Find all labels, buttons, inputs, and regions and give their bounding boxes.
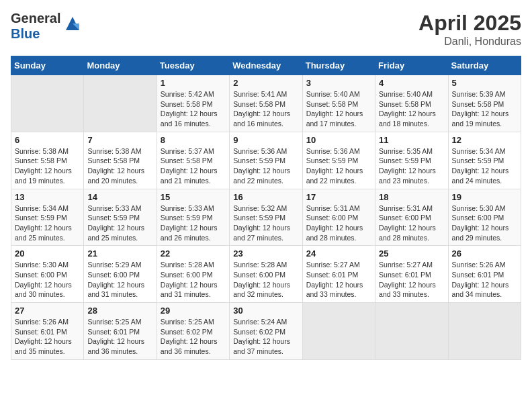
day-info: Sunrise: 5:29 AM Sunset: 6:00 PM Dayligh…	[87, 260, 152, 300]
day-info: Sunrise: 5:41 AM Sunset: 5:58 PM Dayligh…	[233, 89, 298, 129]
calendar-cell: 10Sunrise: 5:36 AM Sunset: 5:59 PM Dayli…	[302, 132, 375, 189]
calendar-cell: 9Sunrise: 5:36 AM Sunset: 5:59 PM Daylig…	[230, 132, 302, 189]
calendar-cell	[375, 303, 448, 360]
day-info: Sunrise: 5:32 AM Sunset: 5:59 PM Dayligh…	[233, 203, 298, 243]
calendar-cell: 7Sunrise: 5:38 AM Sunset: 5:58 PM Daylig…	[84, 132, 157, 189]
calendar-week-row: 27Sunrise: 5:26 AM Sunset: 6:01 PM Dayli…	[11, 303, 521, 360]
calendar-cell: 15Sunrise: 5:33 AM Sunset: 5:59 PM Dayli…	[157, 189, 229, 246]
day-number: 11	[379, 135, 444, 145]
calendar-cell: 27Sunrise: 5:26 AM Sunset: 6:01 PM Dayli…	[11, 303, 84, 360]
calendar-cell: 20Sunrise: 5:30 AM Sunset: 6:00 PM Dayli…	[11, 246, 84, 303]
day-info: Sunrise: 5:36 AM Sunset: 5:59 PM Dayligh…	[233, 146, 298, 186]
calendar-week-row: 6Sunrise: 5:38 AM Sunset: 5:58 PM Daylig…	[11, 132, 521, 189]
day-info: Sunrise: 5:27 AM Sunset: 6:01 PM Dayligh…	[306, 260, 371, 300]
calendar-cell: 8Sunrise: 5:37 AM Sunset: 5:58 PM Daylig…	[157, 132, 229, 189]
day-info: Sunrise: 5:39 AM Sunset: 5:58 PM Dayligh…	[452, 89, 517, 129]
calendar-cell	[302, 303, 375, 360]
page-title: April 2025	[418, 11, 521, 36]
calendar-cell: 23Sunrise: 5:28 AM Sunset: 6:00 PM Dayli…	[230, 246, 302, 303]
calendar-cell: 13Sunrise: 5:34 AM Sunset: 5:59 PM Dayli…	[11, 189, 84, 246]
logo-text: General Blue	[11, 11, 60, 42]
day-number: 10	[306, 135, 371, 145]
logo-general: General	[11, 11, 60, 26]
day-number: 21	[87, 248, 152, 259]
day-number: 20	[15, 248, 80, 259]
day-info: Sunrise: 5:31 AM Sunset: 6:00 PM Dayligh…	[306, 203, 371, 243]
day-info: Sunrise: 5:38 AM Sunset: 5:58 PM Dayligh…	[15, 146, 80, 186]
title-block: April 2025 Danli, Honduras	[418, 11, 521, 48]
calendar-cell: 24Sunrise: 5:27 AM Sunset: 6:01 PM Dayli…	[302, 246, 375, 303]
calendar-cell: 22Sunrise: 5:28 AM Sunset: 6:00 PM Dayli…	[157, 246, 229, 303]
calendar-table: SundayMondayTuesdayWednesdayThursdayFrid…	[11, 56, 521, 360]
day-info: Sunrise: 5:34 AM Sunset: 5:59 PM Dayligh…	[452, 146, 517, 186]
day-number: 6	[15, 135, 80, 145]
calendar-week-row: 13Sunrise: 5:34 AM Sunset: 5:59 PM Dayli…	[11, 189, 521, 246]
day-info: Sunrise: 5:24 AM Sunset: 6:02 PM Dayligh…	[233, 317, 298, 357]
day-of-week-header: Tuesday	[157, 56, 229, 75]
day-number: 4	[379, 78, 444, 88]
calendar-cell: 5Sunrise: 5:39 AM Sunset: 5:58 PM Daylig…	[448, 75, 521, 132]
calendar-cell: 21Sunrise: 5:29 AM Sunset: 6:00 PM Dayli…	[84, 246, 157, 303]
day-info: Sunrise: 5:30 AM Sunset: 6:00 PM Dayligh…	[452, 203, 517, 243]
day-number: 30	[233, 306, 298, 316]
day-number: 5	[452, 78, 517, 88]
day-number: 1	[161, 78, 226, 88]
day-number: 15	[161, 192, 226, 202]
day-number: 2	[233, 78, 298, 88]
page-header: General Blue April 2025 Danli, Honduras	[11, 11, 521, 48]
day-info: Sunrise: 5:28 AM Sunset: 6:00 PM Dayligh…	[233, 260, 298, 300]
day-info: Sunrise: 5:38 AM Sunset: 5:58 PM Dayligh…	[87, 146, 152, 186]
calendar-cell	[11, 75, 84, 132]
calendar-cell: 28Sunrise: 5:25 AM Sunset: 6:01 PM Dayli…	[84, 303, 157, 360]
day-of-week-header: Sunday	[11, 56, 84, 75]
calendar-cell: 4Sunrise: 5:40 AM Sunset: 5:58 PM Daylig…	[375, 75, 448, 132]
day-number: 19	[452, 192, 517, 202]
day-info: Sunrise: 5:26 AM Sunset: 6:01 PM Dayligh…	[452, 260, 517, 300]
day-of-week-header: Saturday	[448, 56, 521, 75]
calendar-cell: 30Sunrise: 5:24 AM Sunset: 6:02 PM Dayli…	[230, 303, 302, 360]
calendar-cell: 29Sunrise: 5:25 AM Sunset: 6:02 PM Dayli…	[157, 303, 229, 360]
calendar-cell: 6Sunrise: 5:38 AM Sunset: 5:58 PM Daylig…	[11, 132, 84, 189]
calendar-cell: 12Sunrise: 5:34 AM Sunset: 5:59 PM Dayli…	[448, 132, 521, 189]
day-info: Sunrise: 5:31 AM Sunset: 6:00 PM Dayligh…	[379, 203, 444, 243]
calendar-cell: 25Sunrise: 5:27 AM Sunset: 6:01 PM Dayli…	[375, 246, 448, 303]
day-number: 23	[233, 248, 298, 259]
calendar-week-row: 20Sunrise: 5:30 AM Sunset: 6:00 PM Dayli…	[11, 246, 521, 303]
day-info: Sunrise: 5:40 AM Sunset: 5:58 PM Dayligh…	[306, 89, 371, 129]
day-number: 12	[452, 135, 517, 145]
day-number: 8	[161, 135, 226, 145]
logo: General Blue	[11, 11, 82, 42]
day-number: 13	[15, 192, 80, 202]
logo-icon	[63, 14, 82, 33]
day-info: Sunrise: 5:34 AM Sunset: 5:59 PM Dayligh…	[15, 203, 80, 243]
logo-blue: Blue	[11, 26, 40, 41]
day-number: 16	[233, 192, 298, 202]
day-info: Sunrise: 5:36 AM Sunset: 5:59 PM Dayligh…	[306, 146, 371, 186]
calendar-cell: 14Sunrise: 5:33 AM Sunset: 5:59 PM Dayli…	[84, 189, 157, 246]
day-of-week-header: Thursday	[302, 56, 375, 75]
day-number: 7	[87, 135, 152, 145]
page-subtitle: Danli, Honduras	[418, 36, 521, 48]
day-number: 17	[306, 192, 371, 202]
calendar-cell: 3Sunrise: 5:40 AM Sunset: 5:58 PM Daylig…	[302, 75, 375, 132]
day-info: Sunrise: 5:35 AM Sunset: 5:59 PM Dayligh…	[379, 146, 444, 186]
calendar-cell	[84, 75, 157, 132]
day-number: 22	[161, 248, 226, 259]
day-number: 9	[233, 135, 298, 145]
day-number: 3	[306, 78, 371, 88]
calendar-cell	[448, 303, 521, 360]
day-number: 27	[15, 306, 80, 316]
day-number: 14	[87, 192, 152, 202]
calendar-cell: 11Sunrise: 5:35 AM Sunset: 5:59 PM Dayli…	[375, 132, 448, 189]
day-info: Sunrise: 5:33 AM Sunset: 5:59 PM Dayligh…	[87, 203, 152, 243]
day-info: Sunrise: 5:30 AM Sunset: 6:00 PM Dayligh…	[15, 260, 80, 300]
day-info: Sunrise: 5:33 AM Sunset: 5:59 PM Dayligh…	[161, 203, 226, 243]
day-of-week-header: Wednesday	[230, 56, 302, 75]
calendar-cell: 18Sunrise: 5:31 AM Sunset: 6:00 PM Dayli…	[375, 189, 448, 246]
day-number: 29	[161, 306, 226, 316]
calendar-header-row: SundayMondayTuesdayWednesdayThursdayFrid…	[11, 56, 521, 75]
day-info: Sunrise: 5:25 AM Sunset: 6:01 PM Dayligh…	[87, 317, 152, 357]
day-info: Sunrise: 5:42 AM Sunset: 5:58 PM Dayligh…	[161, 89, 226, 129]
calendar-cell: 19Sunrise: 5:30 AM Sunset: 6:00 PM Dayli…	[448, 189, 521, 246]
day-number: 25	[379, 248, 444, 259]
